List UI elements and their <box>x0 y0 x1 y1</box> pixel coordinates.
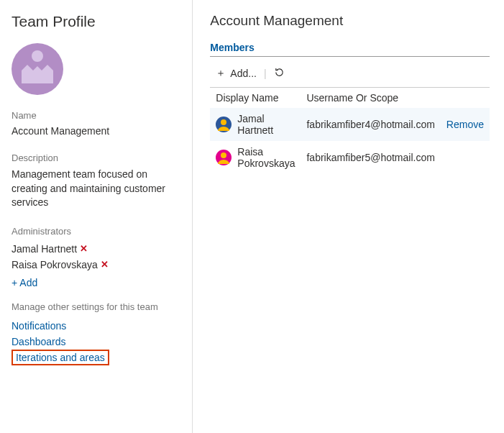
admin-item: Jamal Hartnett ✕ <box>12 241 180 257</box>
member-email: fabrikamfiber5@hotmail.com <box>301 141 440 174</box>
team-avatar <box>12 43 180 97</box>
team-profile-sidebar: Team Profile Name Account Management Des… <box>0 0 193 433</box>
main-panel: Account Management Members ＋ Add... | Di… <box>193 0 504 433</box>
plus-icon: ＋ <box>216 67 226 80</box>
administrators-label: Administrators <box>12 226 180 237</box>
notifications-link[interactable]: Notifications <box>12 318 180 334</box>
avatar <box>216 117 232 132</box>
description-value: Management team focused on creating and … <box>12 168 180 210</box>
sidebar-title: Team Profile <box>12 13 180 30</box>
member-email: fabrikamfiber4@hotmail.com <box>301 108 440 141</box>
members-table: Display Name Username Or Scope Jamal Har… <box>210 87 490 174</box>
name-label: Name <box>12 110 180 121</box>
table-row[interactable]: Raisa Pokrovskaya fabrikamfiber5@hotmail… <box>210 141 490 174</box>
admin-item: Raisa Pokrovskaya ✕ <box>12 257 180 273</box>
iterations-and-areas-link[interactable]: Iterations and areas <box>16 350 105 365</box>
iterations-highlight: Iterations and areas <box>12 350 109 365</box>
toolbar-separator: | <box>264 68 267 79</box>
remove-admin-icon[interactable]: ✕ <box>101 259 109 270</box>
add-member-button[interactable]: ＋ Add... <box>216 67 257 80</box>
avatar <box>216 150 232 165</box>
divider <box>210 56 490 57</box>
col-display-name[interactable]: Display Name <box>210 88 301 109</box>
col-actions <box>441 88 490 109</box>
admin-name: Jamal Hartnett <box>12 243 77 255</box>
svg-point-1 <box>32 50 43 62</box>
members-tab[interactable]: Members <box>210 42 254 53</box>
admin-name: Raisa Pokrovskaya <box>12 259 98 270</box>
table-row[interactable]: Jamal Hartnett fabrikamfiber4@hotmail.co… <box>210 108 490 141</box>
remove-member-button[interactable]: Remove <box>441 108 490 141</box>
dashboards-link[interactable]: Dashboards <box>12 334 180 350</box>
member-name: Jamal Hartnett <box>237 113 295 136</box>
settings-links: Notifications Dashboards Iterations and … <box>12 318 180 365</box>
member-name: Raisa Pokrovskaya <box>237 146 295 169</box>
page-title: Account Management <box>210 13 490 29</box>
refresh-button[interactable] <box>274 67 285 80</box>
manage-settings-label: Manage other settings for this team <box>12 301 180 312</box>
col-username[interactable]: Username Or Scope <box>301 88 440 109</box>
svg-point-5 <box>221 152 226 158</box>
add-button-label: Add... <box>230 68 257 79</box>
members-toolbar: ＋ Add... | <box>210 61 490 87</box>
add-admin-button[interactable]: + Add <box>12 277 37 288</box>
svg-point-3 <box>221 119 226 125</box>
remove-admin-icon[interactable]: ✕ <box>80 243 88 254</box>
description-label: Description <box>12 152 180 163</box>
refresh-icon <box>274 67 285 80</box>
administrators-list: Jamal Hartnett ✕ Raisa Pokrovskaya ✕ <box>12 241 180 273</box>
name-value: Account Management <box>12 125 180 137</box>
